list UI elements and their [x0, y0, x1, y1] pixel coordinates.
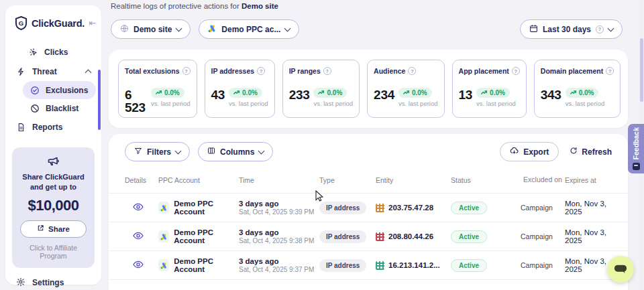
stat-value: 43: [211, 88, 225, 101]
stat-caption: vs. last period: [398, 100, 438, 107]
details-eye-icon[interactable]: [133, 259, 144, 271]
status-badge: Active: [451, 259, 487, 272]
table-row[interactable]: Demo PPC Account 3 days ago Sat, Oct 4, …: [109, 194, 628, 222]
export-button[interactable]: Export: [500, 142, 559, 161]
sidebar-nav: Clicks Threat Exclusions Blacklist Re: [5, 40, 101, 137]
threat-icon: [16, 66, 26, 76]
sidebar-collapse-icon[interactable]: ⇤: [89, 18, 96, 28]
feedback-tab[interactable]: Feedback: [628, 124, 644, 173]
external-link-icon: [37, 224, 44, 233]
stat-delta-badge: 0.0%: [398, 88, 432, 98]
share-button[interactable]: Share: [20, 220, 87, 238]
filters-label: Filters: [147, 147, 171, 157]
col-ppc-account[interactable]: PPC Account: [158, 176, 239, 184]
sidebar-item-reports[interactable]: Reports: [11, 117, 96, 137]
time-relative: 3 days ago: [239, 257, 319, 265]
feedback-label: Feedback: [632, 127, 640, 159]
feedback-icon: [633, 163, 640, 170]
col-type[interactable]: Type: [319, 176, 376, 184]
calendar-icon: [529, 24, 538, 35]
col-details[interactable]: Details: [125, 176, 158, 184]
status-badge: Active: [451, 230, 487, 243]
document-icon: [16, 122, 26, 132]
details-eye-icon[interactable]: [133, 230, 144, 242]
subtitle-text: Realtime logs of protective actions for: [111, 2, 239, 10]
affiliate-promo-card: Share ClickGuard and get up to $10,000 S…: [12, 147, 95, 268]
subtitle-site-name: Demo site: [241, 2, 278, 10]
page-scrollbar-thumb[interactable]: [640, 38, 643, 102]
stat-delta-badge: 0.0%: [229, 88, 262, 98]
col-entity[interactable]: Entity: [376, 176, 451, 184]
info-icon[interactable]: ?: [323, 67, 331, 75]
chat-widget-button[interactable]: [607, 256, 634, 283]
stat-caption: vs. last period: [229, 100, 268, 107]
context-filters: Demo site Demo PPC ac...: [111, 19, 299, 39]
info-icon[interactable]: ?: [408, 67, 416, 75]
logs-panel: Filters Columns Export: [109, 134, 628, 290]
col-excluded-on[interactable]: Excluded on: [521, 175, 565, 184]
columns-button[interactable]: Columns: [198, 142, 273, 161]
site-filter-dropdown[interactable]: Demo site: [111, 19, 191, 39]
main-content: Realtime logs of protective actions for …: [107, 0, 639, 290]
sidebar-item-label: Exclusions: [46, 86, 88, 95]
entity-value: 16.213.141.2...: [388, 261, 440, 269]
stat-card: IP ranges ? 233 0.0% vs. last period: [282, 60, 360, 118]
excluded-on-value: Campaign: [521, 204, 565, 212]
info-icon[interactable]: ?: [512, 67, 520, 75]
info-icon[interactable]: ?: [606, 67, 614, 75]
stat-delta-value: 0.0%: [490, 89, 505, 96]
settings-label: Settings: [32, 278, 64, 287]
info-icon[interactable]: ?: [257, 67, 265, 75]
ban-icon: [30, 103, 40, 113]
stat-value: 343: [541, 88, 561, 101]
gear-icon: [16, 277, 25, 289]
table-row[interactable]: Demo PPC Account 3 days ago Sat, Oct 4, …: [109, 251, 628, 280]
chevron-down-icon: [175, 148, 182, 155]
entity-identicon: [376, 261, 384, 270]
export-label: Export: [523, 147, 549, 157]
stat-caption: vs. last period: [313, 100, 353, 107]
col-status[interactable]: Status: [451, 176, 521, 184]
chevron-up-icon: [85, 69, 92, 76]
stat-delta-value: 0.0%: [242, 89, 258, 96]
table-row[interactable]: Demo PPC Account 3 days ago Sat, Oct 4, …: [109, 222, 628, 251]
sidebar-item-exclusions[interactable]: Exclusions: [23, 81, 96, 99]
ppc-account-name: Demo PPC Account: [174, 228, 239, 244]
info-icon: ?: [596, 25, 604, 33]
stat-delta-badge: 0.0%: [313, 88, 347, 98]
stat-delta-badge: 0.0%: [151, 88, 184, 98]
col-expires-at[interactable]: Expires at: [565, 176, 621, 184]
sidebar-item-settings[interactable]: Settings: [5, 269, 101, 290]
chevron-down-icon: [608, 25, 614, 32]
ppc-account-filter-dropdown[interactable]: Demo PPC ac...: [199, 19, 299, 39]
promo-amount: $10,000: [17, 197, 89, 214]
details-eye-icon[interactable]: [133, 202, 144, 213]
google-ads-icon: [158, 259, 169, 271]
sidebar-item-blacklist[interactable]: Blacklist: [23, 99, 96, 117]
col-time[interactable]: Time: [239, 176, 319, 184]
promo-caption: Click to Affiliate Program: [17, 244, 89, 260]
date-range-dropdown[interactable]: Last 30 days ?: [520, 19, 623, 39]
page-subtitle: Realtime logs of protective actions for …: [107, 0, 639, 10]
stat-label: App placement: [459, 67, 509, 75]
sidebar-scroll-indicator[interactable]: [98, 70, 101, 130]
expires-at-value: Mon, Nov 3, 2025: [565, 200, 621, 216]
info-icon[interactable]: ?: [182, 67, 191, 75]
expires-at-value: Mon, Nov 3, 2025: [565, 228, 621, 244]
filters-button[interactable]: Filters: [125, 142, 190, 161]
refresh-icon: [570, 147, 578, 157]
type-badge: IP address: [319, 202, 366, 214]
sidebar-item-threat[interactable]: Threat: [11, 62, 96, 81]
stat-card: Audience ? 234 0.0% vs. last period: [367, 60, 444, 118]
stat-caption: vs. last period: [566, 100, 605, 107]
stats-panel: Total exclusions ? 6 523 0.0% vs. last p…: [109, 50, 628, 128]
google-ads-icon: [158, 202, 169, 214]
entity-identicon: [376, 204, 384, 212]
google-ads-icon: [208, 24, 217, 35]
sidebar-item-clicks[interactable]: Clicks: [23, 42, 96, 62]
ppc-account-name: Demo PPC Account: [174, 257, 239, 273]
refresh-button[interactable]: Refresh: [570, 147, 612, 157]
status-badge: Active: [451, 202, 487, 214]
ppc-filter-value: Demo PPC ac...: [221, 25, 280, 34]
excluded-on-value: Campaign: [521, 261, 565, 269]
